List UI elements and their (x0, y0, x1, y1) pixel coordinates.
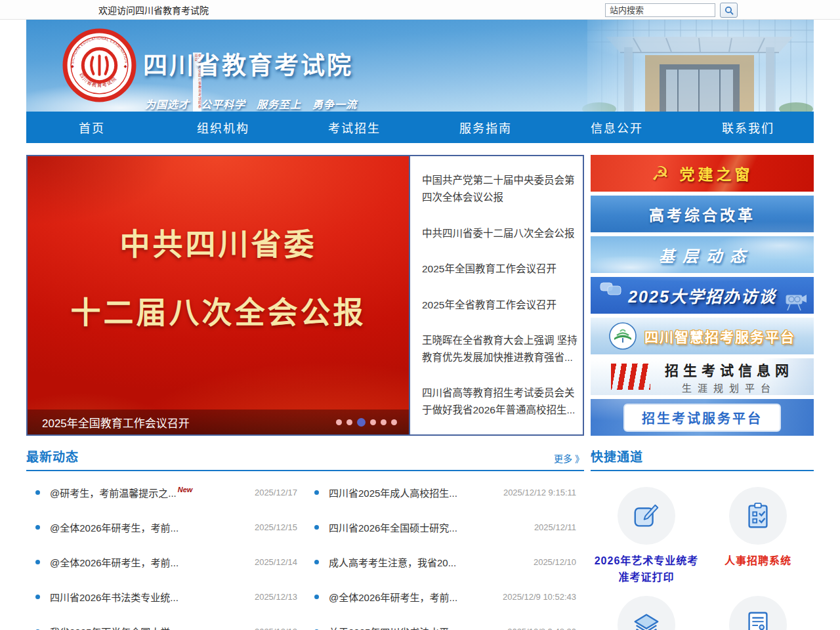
new-badge: New (178, 486, 193, 494)
nav-item-home[interactable]: 首页 (26, 112, 158, 143)
svg-text:◆: ◆ (71, 64, 74, 68)
news-column-left: @研考生，考前温馨提示之...New 2025/12/17 @全体2026年研考… (26, 475, 305, 630)
bullet-dot-icon (314, 490, 319, 495)
nav-item-organization[interactable]: 组织机构 (158, 112, 289, 143)
news-item[interactable]: 成人高考考生注意，我省20... 2025/12/10 (305, 545, 584, 579)
latest-news-title: 最新动态 (26, 447, 79, 465)
banner-smart-admission-platform[interactable]: 四川智慧招考服务平台 (591, 318, 814, 354)
quick-item-third[interactable] (591, 596, 702, 630)
headline-link[interactable]: 王晓晖在全省教育大会上强调 坚持教育优先发展加快推进教育强省... (422, 332, 578, 366)
featured-news-panel: 中共四川省委 十二届八次全会公报 2025年全国教育工作会议召开 (26, 155, 584, 436)
banner-admission-info-net[interactable]: 招生考试信息网 生涯规划平台 (591, 358, 814, 395)
news-column-right: 四川省2025年成人高校招生... 2025/12/12 9:15:11 四川省… (305, 475, 584, 630)
bullet-dot-icon (35, 490, 40, 495)
news-item[interactable]: 四川省2025年成人高校招生... 2025/12/12 9:15:11 (305, 475, 584, 510)
bullet-dot-icon (314, 595, 319, 599)
quick-item-fourth[interactable] (702, 596, 814, 630)
site-header: 四川省教育考试院 中国共产党四川省教育考试院委员会 SICHUAN EDUCAT… (26, 20, 814, 112)
banner-party-building-window[interactable]: ☭ 党建之窗 (591, 155, 814, 192)
latest-news-section: 最新动态 更多 》 @研考生，考前温馨提示之...New 2025/12/17 … (26, 447, 584, 630)
search-input[interactable] (605, 3, 715, 17)
quick-item-art-exam-ticket-print[interactable]: 2026年艺术专业统考 准考证打印 (591, 487, 702, 596)
headline-list: 中国共产党第二十届中央委员会第四次全体会议公报 中共四川省委十二届八次全会公报 … (410, 156, 583, 434)
smart-platform-logo (609, 322, 637, 350)
bullet-dot-icon (35, 560, 40, 564)
carousel-slide-text: 中共四川省委 十二届八次全会公报 (28, 156, 409, 415)
info-net-stripes-logo (611, 364, 650, 390)
speech-bubble-icon (600, 282, 622, 297)
carousel-dot[interactable] (391, 419, 397, 425)
more-link[interactable]: 更多 》 (554, 452, 584, 465)
headline-link[interactable]: 中国共产党第二十届中央委员会第四次全体会议公报 (422, 172, 578, 205)
carousel-dot-active[interactable] (357, 418, 366, 427)
search-button[interactable] (720, 3, 738, 18)
news-item[interactable]: 四川省2026年书法类专业统... 2025/12/13 (26, 579, 305, 614)
news-item[interactable]: 四川省2026年全国硕士研究... 2025/12/11 (305, 510, 584, 545)
news-carousel[interactable]: 中共四川省委 十二届八次全会公报 2025年全国教育工作会议召开 (28, 156, 410, 434)
svg-text:◆: ◆ (124, 64, 127, 68)
nav-item-info-disclosure[interactable]: 信息公开 (551, 112, 682, 143)
news-item[interactable]: 关于2025年四川省书法水平... 2025/12/8 9:48:30 (305, 614, 584, 630)
banner-grassroots-news[interactable]: 基层动态 (591, 236, 814, 273)
nav-item-contact[interactable]: 联系我们 (682, 112, 814, 143)
site-search (605, 3, 738, 18)
carousel-caption-bar: 2025年全国教育工作会议召开 (28, 410, 409, 434)
hammer-sickle-icon: ☭ (652, 162, 669, 185)
layers-icon (631, 610, 662, 630)
quick-item-hr-recruitment-system[interactable]: 人事招聘系统 (702, 487, 814, 596)
pencil-square-icon (631, 501, 662, 531)
projector-icon (784, 291, 807, 311)
institute-building-image (568, 20, 814, 112)
site-title: 四川省教育考试院 (143, 46, 353, 81)
welcome-text: 欢迎访问四川省教育考试院 (98, 3, 209, 16)
headline-link[interactable]: 2025年全省教育工作会议召开 (422, 297, 578, 314)
quick-access-title: 快捷通道 (591, 447, 643, 465)
nav-item-exam-admission[interactable]: 考试招生 (289, 112, 420, 143)
sidebar-banner-column: ☭ 党建之窗 高考综合改革 基层动态 2025大学招办访谈 (591, 155, 814, 436)
news-item[interactable]: @全体2026年研考生，考前... 2025/12/9 10:52:43 (305, 579, 584, 614)
headline-link[interactable]: 中共四川省委十二届八次全会公报 (422, 225, 578, 242)
headline-link[interactable]: 2025年全国教育工作会议召开 (422, 261, 578, 278)
bullet-dot-icon (35, 595, 40, 599)
headline-link[interactable]: 四川省高等教育招生考试委员会关于做好我省2026年普通高校招生... (422, 385, 578, 418)
document-stamp-icon (743, 610, 773, 630)
quick-access-section: 快捷通道 2026年艺术专业统考 准考证打印 (591, 447, 814, 630)
carousel-dot[interactable] (346, 419, 352, 425)
news-item[interactable]: @全体2026年研考生，考前... 2025/12/14 (26, 545, 305, 579)
institute-seal-logo: SICHUAN EDUCATIONAL EXAMINATION AUTHORIT… (62, 28, 136, 102)
news-item[interactable]: @全体2026年研考生，考前... 2025/12/15 (26, 510, 305, 545)
clipboard-check-icon (743, 501, 773, 531)
banner-gaokao-reform[interactable]: 高考综合改革 (591, 196, 814, 232)
carousel-dot[interactable] (381, 419, 387, 425)
carousel-dot[interactable] (370, 419, 376, 425)
carousel-dot[interactable] (336, 419, 342, 425)
bullet-dot-icon (314, 560, 319, 564)
banner-exam-service-platform[interactable]: 招生考试服务平台 (591, 399, 814, 436)
news-item[interactable]: 我省2025年下半年全国大学... 2025/12/13 (26, 614, 305, 630)
bullet-dot-icon (35, 525, 40, 530)
carousel-dots (336, 418, 397, 427)
nav-item-service-guide[interactable]: 服务指南 (420, 112, 551, 143)
carousel-caption: 2025年全国教育工作会议召开 (42, 414, 190, 430)
top-utility-bar: 欢迎访问四川省教育考试院 (0, 0, 840, 20)
bullet-dot-icon (314, 525, 319, 530)
search-icon (724, 6, 734, 15)
news-item[interactable]: @研考生，考前温馨提示之...New 2025/12/17 (26, 475, 305, 510)
banner-2025-admissions-interview[interactable]: 2025大学招办访谈 (591, 277, 814, 314)
main-navigation: 首页 组织机构 考试招生 服务指南 信息公开 联系我们 (26, 112, 814, 143)
site-slogan: 为国选才 公平科学 服务至上 勇争一流 (145, 96, 357, 112)
